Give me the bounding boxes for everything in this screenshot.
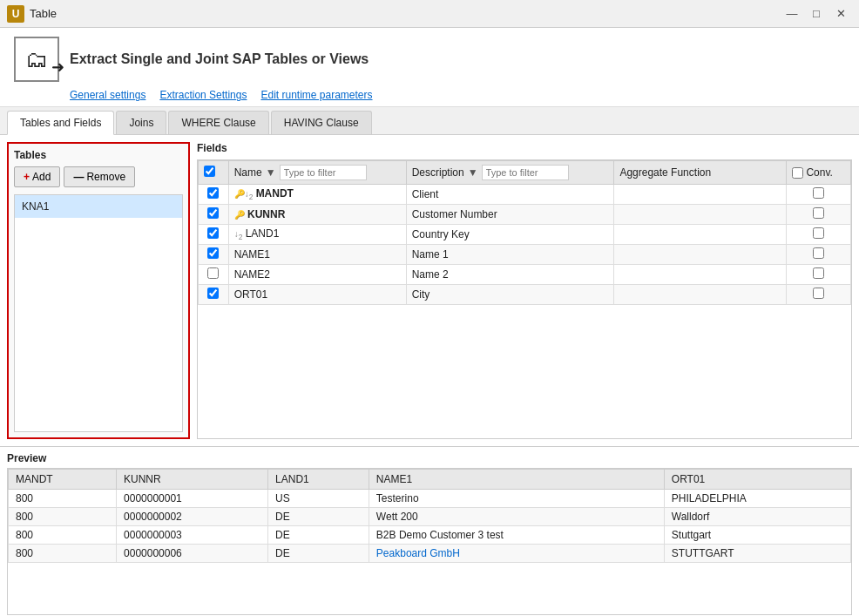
field-checkbox-cell: [199, 285, 229, 305]
field-name: KUNNR: [247, 208, 285, 220]
remove-table-button[interactable]: — Remove: [64, 166, 135, 187]
preview-cell: B2B Demo Customer 3 test: [369, 526, 664, 545]
list-item: 8000000000003DEB2B Demo Customer 3 testS…: [9, 526, 851, 545]
close-button[interactable]: ✕: [829, 3, 852, 25]
field-conv-checkbox[interactable]: [813, 247, 824, 259]
content-area: Tables + Add — Remove KNA1 Fields: [0, 135, 859, 446]
tab-where-clause[interactable]: WHERE Clause: [168, 111, 268, 134]
fields-panel: Fields Name ▼: [197, 142, 852, 439]
preview-cell: STUTTGART: [664, 545, 850, 563]
tab-tables-and-fields[interactable]: Tables and Fields: [7, 111, 114, 135]
preview-cell: DE: [268, 545, 369, 563]
list-item: 8000000000006DEPeakboard GmbHSTUTTGART: [9, 545, 851, 563]
minus-icon: —: [73, 171, 84, 183]
header-icon: 🗂 ➜: [14, 37, 59, 82]
tab-having-clause[interactable]: HAVING Clause: [271, 111, 372, 134]
field-conv-cell: [787, 185, 851, 205]
main-content: Tables + Add — Remove KNA1 Fields: [0, 135, 859, 616]
name-filter-input[interactable]: [280, 165, 367, 180]
field-name-cell: NAME2: [228, 265, 406, 285]
preview-cell: 800: [9, 508, 117, 526]
field-conv-cell: [787, 265, 851, 285]
field-checkbox[interactable]: [207, 187, 219, 199]
field-aggregate-cell: [614, 185, 787, 205]
titlebar: U Table — □ ✕: [0, 0, 859, 28]
preview-cell: 0000000003: [117, 526, 268, 545]
fields-table: Name ▼ Description ▼: [198, 160, 851, 305]
preview-section: Preview MANDTKUNNRLAND1NAME1ORT01 800000…: [0, 446, 859, 616]
preview-cell: Testerino: [369, 490, 664, 508]
titlebar-title: Table: [30, 7, 781, 20]
tables-panel: Tables + Add — Remove KNA1: [7, 142, 190, 439]
field-conv-cell: [787, 225, 851, 245]
field-conv-checkbox[interactable]: [813, 187, 824, 199]
maximize-button[interactable]: □: [805, 3, 828, 25]
tables-list: KNA1: [14, 194, 183, 432]
tables-buttons: + Add — Remove: [14, 166, 183, 187]
preview-table: MANDTKUNNRLAND1NAME1ORT01 8000000000001U…: [8, 469, 851, 563]
field-checkbox[interactable]: [207, 288, 219, 299]
conv-header-checkbox[interactable]: [792, 167, 803, 179]
preview-cell: 800: [9, 490, 117, 508]
tab-joins[interactable]: Joins: [116, 111, 166, 134]
field-conv-cell: [787, 245, 851, 265]
field-aggregate-cell: [614, 285, 787, 305]
field-description-cell: Name 2: [406, 265, 614, 285]
field-conv-cell: [787, 205, 851, 225]
minimize-button[interactable]: —: [781, 3, 803, 25]
preview-col-header: LAND1: [268, 470, 369, 490]
header-title: Extract Single and Joint SAP Tables or V…: [70, 51, 369, 67]
field-name: NAME2: [234, 268, 270, 281]
select-all-checkbox[interactable]: [204, 166, 215, 177]
field-conv-checkbox[interactable]: [813, 267, 824, 279]
field-description-cell: Country Key: [406, 225, 614, 245]
general-settings-link[interactable]: General settings: [70, 89, 145, 101]
field-checkbox[interactable]: [207, 227, 219, 239]
field-description-cell: City: [406, 285, 614, 305]
preview-col-header: KUNNR: [117, 470, 268, 490]
preview-cell: 800: [9, 526, 117, 545]
preview-label: Preview: [7, 452, 852, 464]
field-checkbox[interactable]: [207, 247, 219, 259]
th-checkbox: [199, 161, 229, 185]
field-conv-checkbox[interactable]: [813, 288, 824, 299]
field-conv-cell: [787, 285, 851, 305]
table-row: ORT01 City: [199, 285, 851, 305]
preview-table-wrapper: MANDTKUNNRLAND1NAME1ORT01 8000000000001U…: [7, 468, 852, 615]
preview-cell: 800: [9, 545, 117, 563]
preview-col-header: ORT01: [664, 470, 850, 490]
desc-filter-input[interactable]: [482, 165, 569, 180]
preview-cell: US: [268, 490, 369, 508]
field-conv-checkbox[interactable]: [813, 227, 824, 239]
th-description: Description ▼: [406, 161, 614, 185]
table-row: NAME1 Name 1: [199, 245, 851, 265]
header: 🗂 ➜ Extract Single and Joint SAP Tables …: [0, 28, 859, 107]
list-item: 8000000000002DEWett 200Walldorf: [9, 508, 851, 526]
field-checkbox[interactable]: [207, 267, 219, 279]
field-name: LAND1: [246, 227, 280, 240]
plus-icon: +: [24, 171, 30, 183]
runtime-parameters-link[interactable]: Edit runtime parameters: [260, 89, 372, 101]
preview-cell: Walldorf: [664, 508, 850, 526]
field-description-cell: Name 1: [406, 245, 614, 265]
field-name: ORT01: [234, 288, 267, 301]
add-table-button[interactable]: + Add: [14, 166, 60, 187]
preview-cell: 0000000006: [117, 545, 268, 563]
preview-col-header: NAME1: [369, 470, 664, 490]
field-conv-checkbox[interactable]: [813, 207, 824, 219]
field-name-cell: NAME1: [228, 245, 406, 265]
th-conv: Conv.: [787, 161, 851, 185]
preview-cell: Stuttgart: [664, 526, 850, 545]
filter-icon-desc: ▼: [468, 166, 478, 179]
field-checkbox-cell: [199, 205, 229, 225]
field-checkbox[interactable]: [207, 207, 219, 219]
extraction-settings-link[interactable]: Extraction Settings: [159, 89, 247, 101]
field-name-cell: 🔑↓2 MANDT: [228, 185, 406, 205]
table-item[interactable]: KNA1: [15, 195, 182, 218]
preview-cell: Peakboard GmbH: [369, 545, 664, 563]
fields-table-wrapper: Name ▼ Description ▼: [197, 159, 852, 439]
titlebar-controls: — □ ✕: [781, 3, 852, 25]
filter-icon-name: ▼: [266, 166, 276, 179]
field-description-cell: Client: [406, 185, 614, 205]
table-row: ↓2 LAND1 Country Key: [199, 225, 851, 245]
